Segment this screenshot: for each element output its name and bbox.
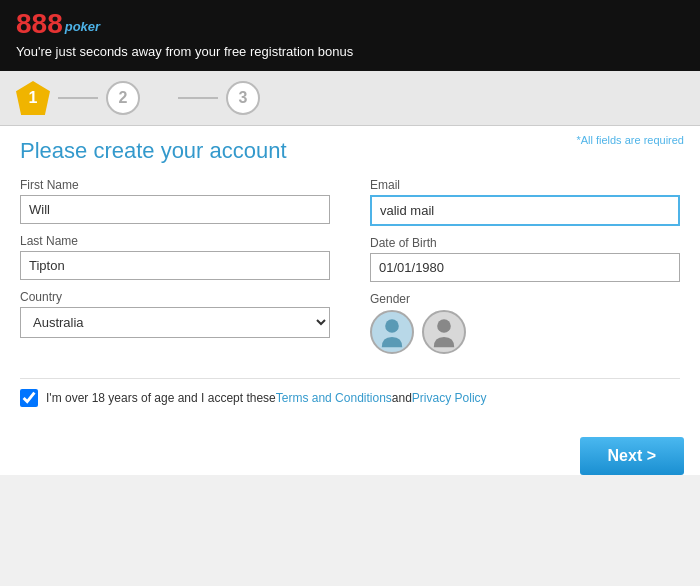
- header: 888 poker You're just seconds away from …: [0, 0, 700, 71]
- button-row: Next >: [0, 429, 700, 475]
- step-connector-2: [178, 97, 218, 99]
- logo-888-text: 888: [16, 10, 63, 38]
- step-3: 3: [226, 81, 260, 115]
- next-button[interactable]: Next >: [580, 437, 684, 475]
- dob-label: Date of Birth: [370, 236, 680, 250]
- gender-male-button[interactable]: [370, 310, 414, 354]
- svg-point-1: [437, 319, 451, 333]
- steps-bar: 1 2 3: [0, 71, 700, 126]
- first-name-label: First Name: [20, 178, 330, 192]
- step-1-label: 1: [16, 81, 50, 115]
- terms-text-before: I'm over 18 years of age and I accept th…: [46, 391, 276, 405]
- dob-group: Date of Birth: [370, 236, 680, 282]
- logo-area: 888 poker: [16, 10, 684, 38]
- form-columns: First Name Last Name Country Australia U…: [20, 178, 680, 364]
- first-name-input[interactable]: [20, 195, 330, 224]
- right-column: Email Date of Birth Gender: [370, 178, 680, 364]
- terms-link-2[interactable]: Privacy Policy: [412, 391, 487, 405]
- female-icon: [427, 315, 461, 349]
- dob-input[interactable]: [370, 253, 680, 282]
- terms-row: I'm over 18 years of age and I accept th…: [20, 378, 680, 417]
- terms-checkbox[interactable]: [20, 389, 38, 407]
- svg-point-0: [385, 319, 399, 333]
- required-note: *All fields are required: [576, 134, 684, 146]
- country-group: Country Australia United States United K…: [20, 290, 330, 338]
- left-column: First Name Last Name Country Australia U…: [20, 178, 330, 364]
- gender-label: Gender: [370, 292, 680, 306]
- gender-container: [370, 310, 680, 354]
- logo-888: 888: [16, 10, 63, 38]
- last-name-input[interactable]: [20, 251, 330, 280]
- email-label: Email: [370, 178, 680, 192]
- logo-poker: poker: [65, 19, 100, 34]
- step-connector-1: [58, 97, 98, 99]
- step-1: 1: [16, 81, 50, 115]
- terms-text-mid: and: [392, 391, 412, 405]
- first-name-group: First Name: [20, 178, 330, 224]
- gender-group: Gender: [370, 292, 680, 354]
- terms-link-1[interactable]: Terms and Conditions: [276, 391, 392, 405]
- country-label: Country: [20, 290, 330, 304]
- gender-female-button[interactable]: [422, 310, 466, 354]
- step-2-label: 2: [119, 89, 128, 107]
- step-3-label: 3: [239, 89, 248, 107]
- country-select[interactable]: Australia United States United Kingdom C…: [20, 307, 330, 338]
- main-content: *All fields are required Please create y…: [0, 126, 700, 429]
- step-2: 2: [106, 81, 140, 115]
- last-name-group: Last Name: [20, 234, 330, 280]
- email-input[interactable]: [370, 195, 680, 226]
- header-tagline: You're just seconds away from your free …: [16, 44, 684, 59]
- last-name-label: Last Name: [20, 234, 330, 248]
- email-group: Email: [370, 178, 680, 226]
- male-icon: [375, 315, 409, 349]
